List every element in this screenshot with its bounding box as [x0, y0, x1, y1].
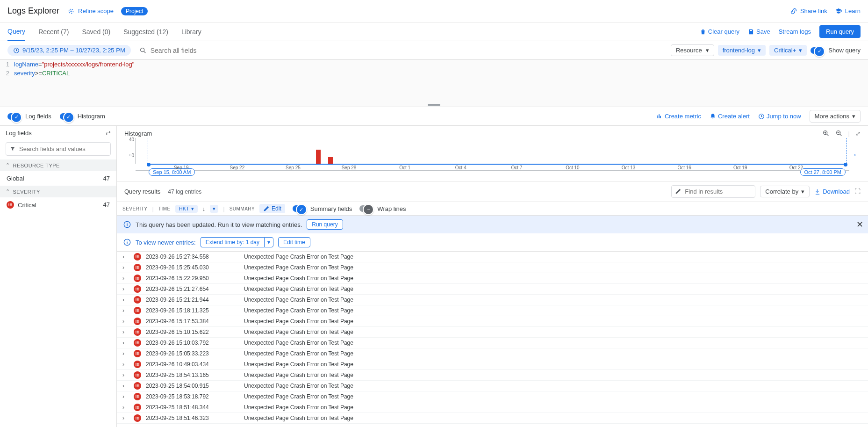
fields-search-input[interactable] [6, 142, 111, 156]
expand-icon[interactable]: › [122, 253, 129, 260]
log-fields-toggle[interactable]: Log fields [7, 113, 51, 120]
tab-recent[interactable]: Recent (7) [38, 22, 69, 41]
expand-icon[interactable]: › [122, 361, 129, 368]
expand-icon[interactable]: › [122, 372, 129, 378]
log-timestamp: 2023-09-25 18:53:18.792 [146, 393, 239, 400]
edit-time-button[interactable]: Edit time [278, 237, 310, 247]
summary-fields-toggle[interactable]: Summary fields [293, 205, 352, 212]
trash-icon [700, 29, 706, 35]
fullscreen-icon[interactable]: ⛶ [854, 188, 861, 195]
extend-time-button[interactable]: Extend time by: 1 day [201, 237, 264, 247]
search-all-fields[interactable] [135, 47, 667, 54]
severity-filter[interactable]: Critical+ ▾ [769, 45, 807, 56]
jump-to-now[interactable]: Jump to now [758, 113, 801, 120]
expand-icon[interactable]: › [122, 264, 129, 271]
filter-row: 9/15/23, 2:25 PM – 10/27/23, 2:25 PM Res… [0, 41, 868, 60]
log-row[interactable]: ›!!!2023-09-26 15:21:27.654Unexpected Pa… [117, 284, 868, 295]
log-timestamp: 2023-09-26 15:25:45.030 [146, 264, 239, 271]
section-severity[interactable]: ⌃SEVERITY [0, 186, 116, 197]
save-query[interactable]: Save [748, 28, 770, 35]
timezone-selector[interactable]: HKT ▾ [175, 205, 198, 213]
kw: severity [14, 70, 35, 77]
gutter-1: 1 [0, 61, 14, 68]
stream-logs[interactable]: Stream logs [779, 28, 811, 35]
log-row[interactable]: ›!!!2023-09-25 18:51:46.323Unexpected Pa… [117, 413, 868, 424]
histogram-tick: Sep 19 [174, 165, 189, 170]
expand-icon[interactable]: › [122, 275, 129, 282]
log-row[interactable]: ›!!!2023-09-26 15:10:03.792Unexpected Pa… [117, 338, 868, 348]
log-row[interactable]: ›!!!2023-09-26 15:17:53.384Unexpected Pa… [117, 316, 868, 327]
results-title: Query results [124, 188, 160, 195]
histogram-toggle[interactable]: Histogram [60, 113, 105, 120]
extend-time-menu[interactable]: ▾ [264, 237, 273, 247]
close-icon[interactable]: ✕ [856, 219, 863, 230]
expand-icon[interactable]: › [122, 383, 129, 389]
field-global[interactable]: Global47 [0, 171, 116, 186]
log-row[interactable]: ›!!!2023-09-26 15:25:45.030Unexpected Pa… [117, 262, 868, 273]
log-row[interactable]: ›!!!2023-09-26 15:27:34.558Unexpected Pa… [117, 252, 868, 262]
log-row[interactable]: ›!!!2023-09-26 15:10:15.622Unexpected Pa… [117, 327, 868, 338]
expand-icon[interactable]: ⤢ [855, 130, 861, 137]
expand-icon[interactable]: › [122, 286, 129, 292]
edit-columns[interactable]: Edit [259, 204, 285, 213]
banner-text: This query has been updated. Run it to v… [136, 221, 302, 228]
toggle-on-icon [60, 113, 73, 120]
log-row[interactable]: ›!!!2023-09-26 10:49:03.434Unexpected Pa… [117, 359, 868, 370]
section-resource-type[interactable]: ⌃RESOURCE TYPE [0, 159, 116, 171]
expand-icon[interactable]: › [122, 340, 129, 346]
download-button[interactable]: Download [814, 188, 850, 195]
clear-query[interactable]: Clear query [700, 28, 739, 35]
show-query-toggle[interactable]: Show query [811, 47, 861, 54]
zoom-in-icon[interactable] [822, 130, 830, 137]
resource-filter[interactable]: Resource ▾ [671, 44, 714, 56]
resize-grip[interactable]: ▬▬ [0, 100, 868, 107]
expand-icon[interactable]: › [122, 415, 129, 421]
share-link[interactable]: Share link [790, 7, 827, 15]
tab-suggested[interactable]: Suggested (12) [123, 22, 168, 41]
expand-icon[interactable]: › [122, 297, 129, 303]
logname-filter[interactable]: frontend-log ▾ [718, 45, 766, 56]
histogram-canvas[interactable]: 40 0 Sep 15, 8:00 AM Oct 27, 8:00 PM Sep… [136, 138, 849, 171]
results-count: 47 log entries [168, 188, 201, 195]
expand-icon[interactable]: › [122, 404, 129, 411]
search-input[interactable] [151, 47, 662, 54]
query-editor[interactable]: 1 logName="projects/xxxxxx/logs/frontend… [0, 60, 868, 107]
expand-icon[interactable]: › [122, 350, 129, 357]
refine-scope[interactable]: Refine scope [67, 7, 114, 15]
toggle-on-icon [7, 113, 21, 120]
more-actions[interactable]: More actions▾ [810, 110, 861, 123]
log-row[interactable]: ›!!!2023-09-25 18:51:48.344Unexpected Pa… [117, 402, 868, 413]
expand-icon[interactable]: › [122, 318, 129, 325]
wrap-lines-toggle[interactable]: Wrap lines [359, 205, 406, 212]
expand-icon[interactable]: › [122, 307, 129, 314]
learn-link[interactable]: Learn [835, 7, 861, 15]
find-in-results-input[interactable] [671, 185, 755, 198]
log-row[interactable]: ›!!!2023-09-25 18:54:13.165Unexpected Pa… [117, 370, 868, 381]
expand-icon[interactable]: › [122, 393, 129, 400]
create-metric[interactable]: Create metric [656, 113, 701, 120]
tab-query[interactable]: Query [7, 22, 25, 41]
panel-collapse-icon[interactable]: ⇄ [106, 130, 111, 137]
log-row[interactable]: ›!!!2023-09-25 18:54:00.915Unexpected Pa… [117, 381, 868, 391]
sort-down-icon[interactable]: ↓ [202, 205, 206, 212]
log-row[interactable]: ›!!!2023-09-26 15:21:21.944Unexpected Pa… [117, 295, 868, 305]
time-menu[interactable]: ▾ [210, 205, 218, 213]
log-row[interactable]: ›!!!2023-09-26 15:18:11.325Unexpected Pa… [117, 305, 868, 316]
banner-run-query[interactable]: Run query [307, 219, 343, 230]
zoom-out-icon[interactable] [835, 130, 843, 137]
correlate-by[interactable]: Correlate by▾ [760, 186, 810, 197]
toggle-off-icon [359, 205, 373, 212]
run-query-button[interactable]: Run query [819, 25, 861, 38]
log-row[interactable]: ›!!!2023-09-25 18:53:18.792Unexpected Pa… [117, 391, 868, 402]
expand-icon[interactable]: › [122, 329, 129, 335]
field-critical[interactable]: !!!Critical 47 [0, 197, 116, 212]
create-alert[interactable]: Create alert [710, 113, 750, 120]
histogram-next[interactable]: › [849, 138, 861, 171]
log-row[interactable]: ›!!!2023-09-26 15:22:29.950Unexpected Pa… [117, 273, 868, 284]
tab-saved[interactable]: Saved (0) [82, 22, 110, 41]
tab-library[interactable]: Library [181, 22, 201, 41]
col-time: TIME [158, 206, 171, 211]
log-row[interactable]: ›!!!2023-09-26 15:05:33.223Unexpected Pa… [117, 348, 868, 359]
time-range-chip[interactable]: 9/15/23, 2:25 PM – 10/27/23, 2:25 PM [7, 45, 131, 56]
scope-badge[interactable]: Project [121, 7, 148, 15]
